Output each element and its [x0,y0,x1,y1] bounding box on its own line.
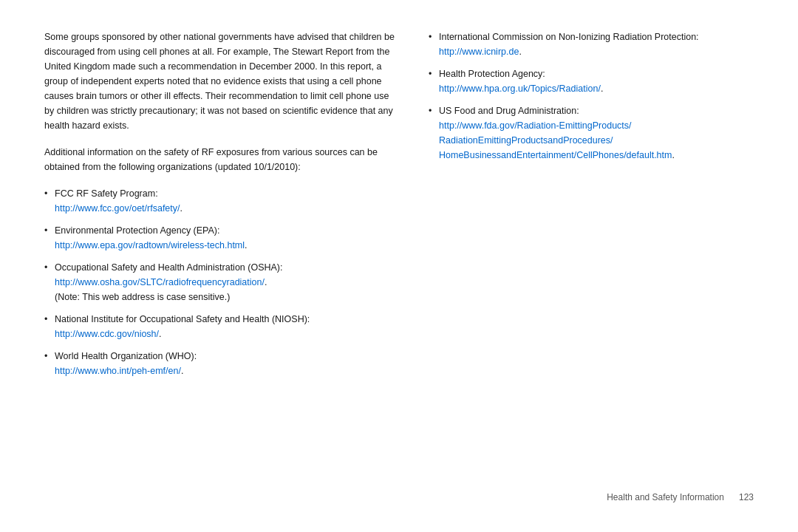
footer-page-number: 123 [739,492,754,502]
epa-link[interactable]: http://www.epa.gov/radtown/wireless-tech… [55,240,245,250]
bullet-label: FCC RF Safety Program: [55,188,158,199]
hpa-link[interactable]: http://www.hpa.org.uk/Topics/Radiation/ [439,83,601,94]
footer: Health and Safety Information 123 [44,477,754,502]
bullet-label: Occupational Safety and Health Administr… [55,262,282,273]
who-link[interactable]: http://www.who.int/peh-emf/en/ [55,366,181,376]
list-item: FCC RF Safety Program: http://www.fcc.go… [44,186,399,216]
bullet-label: US Food and Drug Administration: [439,106,579,116]
left-bullet-list: FCC RF Safety Program: http://www.fcc.go… [44,186,399,378]
left-paragraph-2: Additional information on the safety of … [44,145,399,174]
right-column: International Commission on Non-Ionizing… [429,30,739,477]
bullet-label: Environmental Protection Agency (EPA): [55,225,220,236]
list-item: National Institute for Occupational Safe… [44,312,399,341]
right-bullet-list: International Commission on Non-Ionizing… [429,30,739,163]
list-item: International Commission on Non-Ionizing… [429,30,739,59]
bullet-label: International Commission on Non-Ionizing… [439,32,699,42]
fda-link[interactable]: http://www.fda.gov/Radiation-EmittingPro… [439,120,672,160]
niosh-link[interactable]: http://www.cdc.gov/niosh/ [55,329,159,339]
list-item: Environmental Protection Agency (EPA): h… [44,223,399,253]
bullet-label: National Institute for Occupational Safe… [55,314,310,324]
left-paragraph-1: Some groups sponsored by other national … [44,30,399,133]
bullet-label: World Health Organization (WHO): [55,351,197,361]
content-columns: Some groups sponsored by other national … [44,30,754,477]
list-item: Occupational Safety and Health Administr… [44,260,399,304]
list-item: World Health Organization (WHO): http://… [44,349,399,378]
page-container: Some groups sponsored by other national … [0,0,798,532]
icnirp-link[interactable]: http://www.icnirp.de [439,47,519,57]
left-column: Some groups sponsored by other national … [44,30,399,477]
osha-link[interactable]: http://www.osha.gov/SLTC/radiofrequencyr… [55,277,265,287]
osha-note: (Note: This web address is case sensitiv… [55,292,230,302]
list-item: US Food and Drug Administration: http://… [429,103,739,163]
fcc-link[interactable]: http://www.fcc.gov/oet/rfsafety/ [55,203,180,214]
bullet-label: Health Protection Agency: [439,69,545,79]
footer-section-label: Health and Safety Information [607,492,724,502]
list-item: Health Protection Agency: http://www.hpa… [429,66,739,96]
